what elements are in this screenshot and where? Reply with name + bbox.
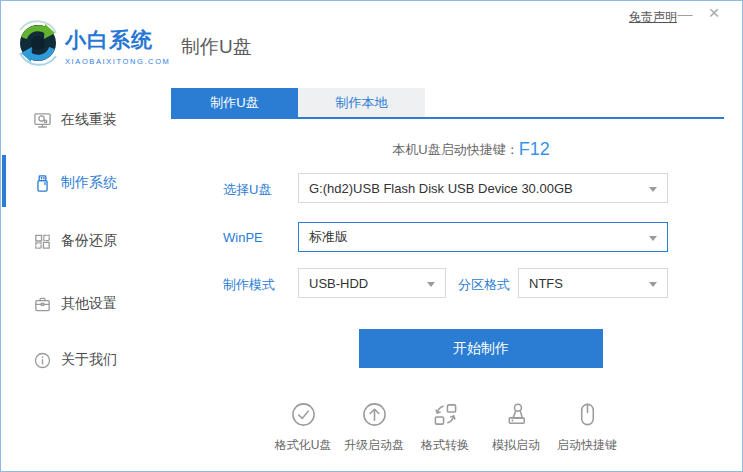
backup-grid-icon bbox=[33, 232, 52, 251]
sidebar-item-label: 其他设置 bbox=[61, 295, 117, 313]
usb-select-label: 选择U盘 bbox=[223, 181, 271, 199]
sidebar-item-online-reinstall[interactable]: 在线重装 bbox=[1, 108, 171, 132]
chevron-down-icon bbox=[427, 282, 435, 287]
tools-row: 格式化U盘 升级启动盘 格式转换 bbox=[269, 401, 621, 454]
tool-label: 格式转换 bbox=[411, 437, 479, 454]
sidebar-item-about-us[interactable]: 关于我们 bbox=[1, 348, 171, 372]
partition-select[interactable]: NTFS bbox=[518, 268, 668, 298]
tool-label: 格式化U盘 bbox=[269, 437, 337, 454]
boot-hotkey-label: 本机U盘启动快捷键： bbox=[392, 142, 518, 157]
usb-drive-icon bbox=[33, 174, 52, 193]
tab-underline bbox=[171, 117, 724, 119]
usb-select[interactable]: G:(hd2)USB Flash Disk USB Device 30.00GB bbox=[298, 173, 668, 203]
start-make-button[interactable]: 开始制作 bbox=[359, 329, 603, 368]
boot-hotkey-value: F12 bbox=[519, 139, 550, 159]
format-usb-icon bbox=[290, 401, 317, 428]
mode-select[interactable]: USB-HDD bbox=[298, 268, 446, 298]
minimize-button[interactable]: — bbox=[675, 4, 695, 24]
sidebar-item-label: 在线重装 bbox=[61, 111, 117, 129]
boot-hotkey-line: 本机U盘启动快捷键：F12 bbox=[251, 139, 691, 160]
chevron-down-icon bbox=[649, 187, 657, 192]
tool-label: 模拟启动 bbox=[482, 437, 550, 454]
boot-hotkey-icon bbox=[574, 401, 601, 428]
upgrade-boot-icon bbox=[361, 401, 388, 428]
sidebar-item-make-system[interactable]: 制作系统 bbox=[1, 171, 171, 195]
winpe-select-value: 标准版 bbox=[309, 228, 348, 246]
tool-label: 升级启动盘 bbox=[340, 437, 408, 454]
winpe-select-label: WinPE bbox=[223, 230, 263, 245]
tool-simulate-boot[interactable]: 模拟启动 bbox=[482, 401, 550, 454]
tool-format-usb[interactable]: 格式化U盘 bbox=[269, 401, 337, 454]
tool-label: 启动快捷键 bbox=[553, 437, 621, 454]
disclaimer-link[interactable]: 免责声明 bbox=[629, 9, 677, 26]
usb-select-value: G:(hd2)USB Flash Disk USB Device 30.00GB bbox=[309, 181, 573, 196]
format-convert-icon bbox=[432, 401, 459, 428]
close-button[interactable]: × bbox=[703, 2, 725, 24]
mode-select-value: USB-HDD bbox=[309, 276, 368, 291]
partition-select-value: NTFS bbox=[529, 276, 563, 291]
brand-domain: XIAOBAIXITONG.COM bbox=[65, 57, 170, 66]
page-title: 制作U盘 bbox=[181, 34, 252, 60]
tool-boot-hotkey[interactable]: 启动快捷键 bbox=[553, 401, 621, 454]
mode-select-label: 制作模式 bbox=[223, 276, 275, 294]
tab-make-local[interactable]: 制作本地 bbox=[298, 88, 425, 117]
briefcase-icon bbox=[33, 295, 52, 314]
winpe-select[interactable]: 标准版 bbox=[298, 222, 668, 252]
sidebar-item-label: 关于我们 bbox=[61, 351, 117, 369]
sidebar-item-other-settings[interactable]: 其他设置 bbox=[1, 292, 171, 316]
info-icon bbox=[33, 351, 52, 370]
chevron-down-icon bbox=[649, 236, 657, 241]
simulate-boot-icon bbox=[503, 401, 530, 428]
tool-upgrade-boot[interactable]: 升级启动盘 bbox=[340, 401, 408, 454]
brand-name: 小白系统 bbox=[65, 26, 170, 54]
sidebar-item-label: 备份还原 bbox=[61, 232, 117, 250]
brand-block: 小白系统 XIAOBAIXITONG.COM bbox=[65, 26, 170, 66]
app-window: 免责声明 — × 小白系统 XIAOBAIXITONG.COM 制作U盘 在线重… bbox=[0, 0, 743, 472]
sidebar-item-backup-restore[interactable]: 备份还原 bbox=[1, 229, 171, 253]
sidebar-item-label: 制作系统 bbox=[61, 174, 117, 192]
tab-make-usb[interactable]: 制作U盘 bbox=[171, 88, 298, 117]
chevron-down-icon bbox=[649, 282, 657, 287]
app-logo-icon bbox=[15, 20, 61, 66]
monitor-icon bbox=[33, 111, 52, 130]
tool-format-convert[interactable]: 格式转换 bbox=[411, 401, 479, 454]
partition-select-label: 分区格式 bbox=[458, 276, 510, 294]
